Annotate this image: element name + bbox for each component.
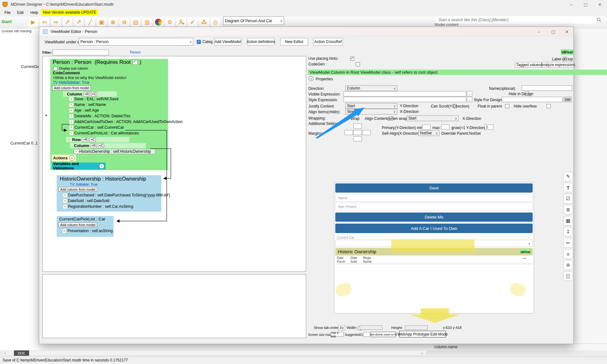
height-input[interactable] [405, 325, 428, 330]
add-row-button[interactable]: +R [90, 143, 97, 148]
style-expression-input[interactable] [344, 97, 466, 102]
preview-addcar-button[interactable]: Add A Car I Used To Own [335, 224, 533, 233]
horizontal-scrollbar[interactable] [2, 350, 426, 356]
requires-root-checkbox[interactable] [133, 60, 138, 65]
column-header-registrationnumber[interactable]: Regis Numb [363, 256, 376, 263]
chevron-circle-icon[interactable]: ∨ [99, 163, 104, 169]
forward-arrow-icon[interactable]: ⇨ [51, 17, 61, 28]
list-tool-icon[interactable]: ≡ [563, 249, 573, 259]
dialog-close-button[interactable]: ✕ [561, 27, 573, 36]
style-expression-ellipsis-button[interactable]: ... [467, 97, 472, 102]
display-sub-column-checkbox[interactable] [53, 67, 57, 71]
checkbox-tool-icon[interactable]: ☑ [563, 194, 573, 203]
filter-input[interactable] [53, 50, 109, 55]
start-label[interactable]: Start! [2, 20, 12, 24]
style-for-design-input[interactable] [502, 97, 562, 102]
add-row-button[interactable]: +R [84, 92, 90, 96]
historicownership-box[interactable]: HistoricOwnership : HistoricOwnership TV… [57, 175, 161, 212]
action-crossref-button[interactable]: Action CrossRef [313, 38, 343, 46]
align-content-select[interactable]: Start∨ [407, 115, 459, 121]
tree-item-datepurchased[interactable]: ADatePurchased : self.DatePurchased.ToSt… [63, 193, 170, 197]
maximize-button[interactable]: ▢ [579, 0, 593, 9]
tree-item-name[interactable]: AName : self.Name [69, 102, 106, 107]
pattern-nodes-icon[interactable]: ⁂ [199, 17, 209, 28]
tv-editable-link[interactable]: TV: Editable: True [70, 182, 98, 186]
add-row-button[interactable]: +R [82, 137, 88, 142]
color-wheel-icon[interactable] [153, 17, 164, 28]
add-column-inline-button[interactable]: +C [91, 92, 97, 96]
comment-placeholder[interactable]: <Write a line on why this ViewModel exis… [53, 76, 127, 80]
update-banner[interactable]: New Version available UPDATE [41, 9, 98, 15]
spiral-icon[interactable]: ◎ [210, 17, 221, 28]
table-menu-icon[interactable]: ••• [523, 257, 526, 260]
primary-max-input[interactable] [441, 125, 449, 130]
add-column-button[interactable]: Add column from model [52, 85, 91, 90]
categ-checkbox[interactable] [197, 40, 201, 44]
currentcarpicklist-box[interactable]: CurrentCarPickList : Car Add column from… [57, 216, 114, 237]
margin-center-input[interactable] [353, 130, 362, 135]
zoom-in-icon[interactable]: ⊕ [108, 17, 118, 28]
set-shrink-zoom-button[interactable]: Set shrink zoom to fit [371, 332, 396, 337]
image-tool-icon[interactable]: ↧ [563, 227, 573, 237]
row-node[interactable]: → Row +R +C [66, 137, 129, 142]
new-editor-button[interactable]: New Editor [280, 38, 308, 46]
width-input[interactable] [360, 325, 382, 330]
add-column-button[interactable]: Add column from model [59, 222, 97, 227]
draw-line-icon[interactable]: ╱ [85, 17, 96, 28]
preview-save-button[interactable]: Save [335, 183, 533, 193]
pointer-arrow-icon[interactable]: ↗ [62, 17, 73, 28]
menu-file[interactable]: File [4, 10, 10, 15]
dialog-minimize-button[interactable]: – [531, 27, 546, 36]
suggested-zoom-input[interactable] [363, 332, 370, 337]
tree-item-save[interactable]: ƒSave : EAL: selfVM.Save [69, 97, 119, 101]
preview-name-field[interactable]: Name [335, 194, 533, 202]
margin-top-input[interactable] [353, 124, 362, 129]
tree-item-currentcarpicklist[interactable]: ✎CurrentCarPickList : Car.allInstances [69, 131, 139, 135]
search-input[interactable] [436, 16, 596, 24]
margin-right-input[interactable] [362, 130, 371, 135]
tree-item-presentation[interactable]: APresentation : self.asString [62, 229, 113, 233]
analyze-expressions-button[interactable]: Analyze expressions [542, 62, 574, 68]
margin-left-input[interactable] [344, 130, 353, 135]
visible-expression-input[interactable] [344, 91, 466, 96]
variables-validations-section[interactable]: Variables and Validations ∨ [52, 163, 106, 170]
menu-help[interactable]: Help [30, 10, 38, 15]
access-person-icon[interactable] [176, 17, 187, 28]
tree-item-addacar[interactable]: ƒAddACarIUsedToOwn : ACTION: AddACarIUse… [69, 120, 183, 124]
scroll-right-icon[interactable]: › [419, 350, 424, 356]
self-align-select[interactable]: NotSet∨ [418, 130, 439, 136]
dialog-maximize-button[interactable]: ▢ [546, 27, 561, 36]
justify-content-select[interactable]: Start∨ [345, 103, 397, 109]
tree-item-currentcar[interactable]: ACurrentCar : self.CurrentCar [69, 125, 124, 130]
name-optional-input[interactable] [522, 85, 572, 91]
storage-tool-icon[interactable]: ◫ [563, 271, 573, 281]
text-tool-icon[interactable]: T [563, 183, 573, 192]
column-node[interactable]: ↓ Column +R +C [63, 91, 117, 97]
sim-button[interactable]: SIM [563, 97, 572, 102]
fit-button[interactable]: Fit [338, 325, 345, 330]
visible-expression-ellipsis-button[interactable]: ... [467, 91, 472, 96]
tree-item-age[interactable]: AAge : self.Age [69, 108, 99, 113]
minimize-button[interactable]: – [564, 0, 579, 9]
float-in-parent-checkbox[interactable] [505, 104, 509, 108]
preview-age-field[interactable]: Age (Years) [335, 203, 533, 210]
tree-item-datesold[interactable]: ADateSold : self.DateSold [63, 199, 109, 203]
column-header-datepurchased[interactable]: Date Purch [337, 256, 349, 263]
use-placing-hints-checkbox[interactable] [350, 57, 354, 61]
chevron-circle-icon[interactable]: ∨ [69, 155, 75, 161]
person-link[interactable]: Person [130, 50, 140, 54]
column2-node[interactable]: ↓ Column +R +C [70, 143, 146, 148]
tv-hidesidebar-link[interactable]: TV HideSidebar: True [53, 80, 89, 85]
tree-item-deleteme[interactable]: ƒDeleteMe : ACTION: DeleteThis [69, 114, 130, 118]
collapse-icon[interactable]: ∧ [309, 76, 313, 81]
expander-icon[interactable]: ◢ [45, 114, 47, 116]
tree-item-historicownership[interactable]: ✎HistoricOwnership : self.HistoricOwners… [74, 149, 155, 154]
tree-item-registrationnumber[interactable]: ARegistrationNumber : self.Car.AsString [63, 204, 133, 209]
diagram-window-icon[interactable]: ▤ [130, 17, 141, 28]
add-viewmodel-button[interactable]: Add ViewModel [214, 38, 241, 46]
combobox-tool-icon[interactable]: ≣ [563, 205, 573, 214]
screen-size-value[interactable]: 758 X 600 [331, 332, 344, 337]
search-icon[interactable] [597, 17, 602, 22]
button-tool-icon[interactable]: btn [563, 238, 573, 248]
direction-select[interactable]: Column∨ [345, 85, 397, 91]
